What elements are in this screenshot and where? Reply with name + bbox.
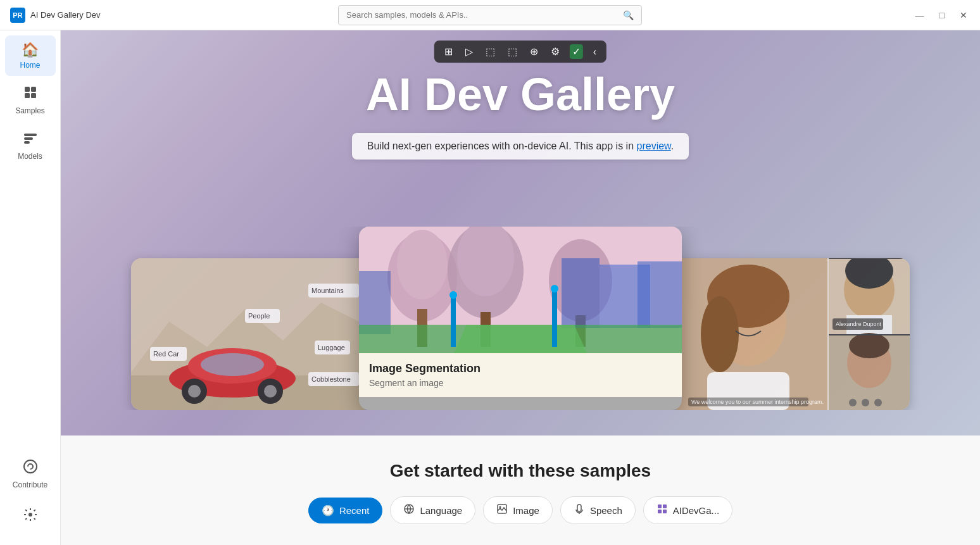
toolbar-btn-2[interactable]: ▷ <box>463 44 475 59</box>
svg-point-16 <box>188 385 201 398</box>
car-card: Mountains People Red Car Luggage Cobbles… <box>131 258 372 410</box>
svg-rect-0 <box>25 87 30 92</box>
section-title: Get started with these samples <box>111 461 929 481</box>
svg-rect-73 <box>658 504 662 508</box>
sidebar-item-contribute[interactable]: Contribute <box>5 453 56 496</box>
image-icon <box>496 503 508 517</box>
contribute-icon <box>23 459 38 478</box>
sidebar-item-settings[interactable] <box>5 501 56 532</box>
toolbar-btn-6[interactable]: ⚙ <box>548 44 562 59</box>
preview-link[interactable]: preview <box>637 141 671 151</box>
carousel-right[interactable]: 2:05 <box>669 258 910 410</box>
sidebar-label-home: Home <box>20 61 40 70</box>
hero-title: AI Dev Gallery <box>366 68 675 120</box>
svg-rect-62 <box>829 258 910 259</box>
app-logo: PR <box>10 8 25 23</box>
aidevgallery-icon <box>656 503 668 517</box>
svg-rect-75 <box>658 510 662 513</box>
filter-aidevgallery-label: AIDevGa... <box>673 505 719 516</box>
bottom-section: Get started with these samples 🕐 Recent … <box>61 435 980 545</box>
svg-point-70 <box>874 399 882 406</box>
toolbar-btn-1[interactable]: ⊞ <box>442 44 455 59</box>
svg-text:Luggage: Luggage <box>318 344 345 351</box>
svg-rect-74 <box>663 504 667 508</box>
svg-point-47 <box>551 285 558 292</box>
search-icon: 🔍 <box>623 10 634 20</box>
carousel-left[interactable]: Mountains People Red Car Luggage Cobbles… <box>131 258 372 410</box>
sidebar-item-home[interactable]: 🏠 Home <box>5 35 56 76</box>
svg-point-31 <box>397 230 448 299</box>
samples-icon <box>23 85 38 104</box>
segmentation-image <box>359 227 682 353</box>
svg-rect-40 <box>638 261 682 328</box>
search-bar[interactable]: 🔍 <box>338 5 642 25</box>
toolbar-btn-4[interactable]: ⬚ <box>505 44 520 59</box>
hero-toolbar: ⊞ ▷ ⬚ ⬚ ⊕ ⚙ ✓ ‹ <box>434 41 606 63</box>
sidebar-label-samples: Samples <box>15 106 45 115</box>
svg-rect-1 <box>31 87 36 92</box>
svg-rect-2 <box>25 93 30 98</box>
svg-text:People: People <box>248 312 270 320</box>
sidebar-label-contribute: Contribute <box>13 480 47 489</box>
sidebar: 🏠 Home Samples Models <box>0 30 61 545</box>
svg-rect-3 <box>31 93 36 98</box>
main-content: ⊞ ▷ ⬚ ⬚ ⊕ ⚙ ✓ ‹ AI Dev Gallery Build nex… <box>61 30 980 545</box>
svg-text:Red Car: Red Car <box>153 350 179 358</box>
svg-rect-63 <box>829 334 910 335</box>
filter-speech[interactable]: Speech <box>560 496 636 524</box>
svg-rect-76 <box>663 510 667 513</box>
filter-image-label: Image <box>513 505 539 516</box>
settings-icon <box>23 507 38 526</box>
recent-icon: 🕐 <box>322 504 334 517</box>
models-icon <box>23 130 38 149</box>
svg-text:Alexandre Dupont: Alexandre Dupont <box>836 321 882 327</box>
svg-marker-43 <box>454 325 587 353</box>
svg-point-14 <box>201 353 264 376</box>
svg-rect-5 <box>24 137 33 140</box>
card-title: Image Segmentation <box>369 362 672 375</box>
filter-image[interactable]: Image <box>483 496 553 524</box>
hero-carousel: Mountains People Red Car Luggage Cobbles… <box>61 227 980 410</box>
svg-point-46 <box>449 291 457 299</box>
video-scene: 2:05 <box>669 258 910 410</box>
carousel-center[interactable]: Image Segmentation Segment an image <box>359 227 682 410</box>
maximize-button[interactable]: □ <box>937 8 947 23</box>
sidebar-item-samples[interactable]: Samples <box>5 78 56 122</box>
svg-point-53 <box>701 296 739 372</box>
svg-text:Cobblestone: Cobblestone <box>311 375 351 383</box>
svg-point-18 <box>264 385 277 398</box>
titlebar: PR AI Dev Gallery Dev 🔍 — □ ✕ <box>0 0 980 30</box>
toolbar-btn-back[interactable]: ‹ <box>591 45 599 59</box>
filter-recent[interactable]: 🕐 Recent <box>308 498 383 523</box>
window-controls: — □ ✕ <box>913 8 970 23</box>
filter-recent-label: Recent <box>339 505 370 516</box>
sidebar-label-models: Models <box>18 152 42 161</box>
toolbar-btn-5[interactable]: ⊕ <box>527 44 541 59</box>
close-button[interactable]: ✕ <box>957 8 970 23</box>
car-scene: Mountains People Red Car Luggage Cobbles… <box>131 258 372 410</box>
filter-tabs: 🕐 Recent Language Image Speech <box>111 496 929 524</box>
svg-point-68 <box>849 399 857 406</box>
sidebar-bottom: Contribute <box>5 453 56 535</box>
home-icon: 🏠 <box>22 42 39 58</box>
svg-rect-38 <box>562 258 600 328</box>
language-icon <box>403 503 415 517</box>
filter-language[interactable]: Language <box>390 496 475 524</box>
svg-rect-45 <box>552 290 557 347</box>
video-call: 2:05 <box>669 258 910 410</box>
svg-text:We welcome you to our summer i: We welcome you to our summer internship … <box>691 399 824 405</box>
app-title: AI Dev Gallery Dev <box>30 10 101 20</box>
svg-rect-44 <box>451 296 456 347</box>
svg-point-69 <box>862 399 869 406</box>
sidebar-item-models[interactable]: Models <box>5 124 56 167</box>
filter-aidevgallery[interactable]: AIDevGa... <box>643 496 732 524</box>
search-input[interactable] <box>346 10 623 20</box>
svg-point-8 <box>28 513 32 517</box>
svg-text:Mountains: Mountains <box>311 287 344 294</box>
toolbar-btn-check[interactable]: ✓ <box>570 44 583 59</box>
card-desc: Segment an image <box>369 378 672 388</box>
speech-icon <box>574 503 585 517</box>
minimize-button[interactable]: — <box>913 8 927 23</box>
toolbar-btn-3[interactable]: ⬚ <box>483 44 498 59</box>
svg-rect-6 <box>24 141 30 144</box>
